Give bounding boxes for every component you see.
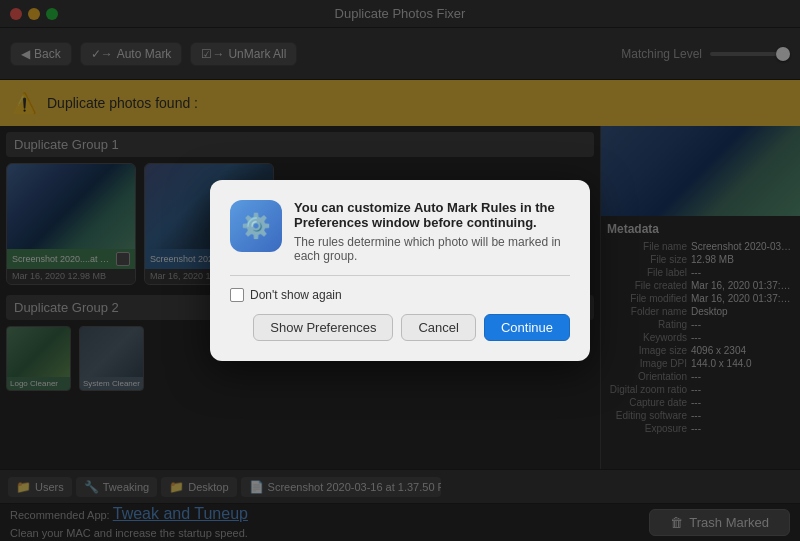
modal-overlay: ⚙️ You can customize Auto Mark Rules in …: [0, 0, 800, 541]
modal-subtitle: The rules determine which photo will be …: [294, 235, 570, 263]
modal-text: You can customize Auto Mark Rules in the…: [294, 200, 570, 263]
dont-show-checkbox[interactable]: [230, 288, 244, 302]
modal-header: ⚙️ You can customize Auto Mark Rules in …: [230, 200, 570, 263]
cancel-button[interactable]: Cancel: [401, 314, 475, 341]
dont-show-row: Don't show again: [230, 288, 570, 302]
dont-show-label: Don't show again: [250, 288, 342, 302]
show-preferences-button[interactable]: Show Preferences: [253, 314, 393, 341]
modal-icon: ⚙️: [230, 200, 282, 252]
modal-title: You can customize Auto Mark Rules in the…: [294, 200, 570, 230]
modal-divider: [230, 275, 570, 276]
modal-dialog: ⚙️ You can customize Auto Mark Rules in …: [210, 180, 590, 361]
modal-actions: Show Preferences Cancel Continue: [230, 314, 570, 341]
gear-icon: ⚙️: [241, 212, 271, 240]
continue-button[interactable]: Continue: [484, 314, 570, 341]
